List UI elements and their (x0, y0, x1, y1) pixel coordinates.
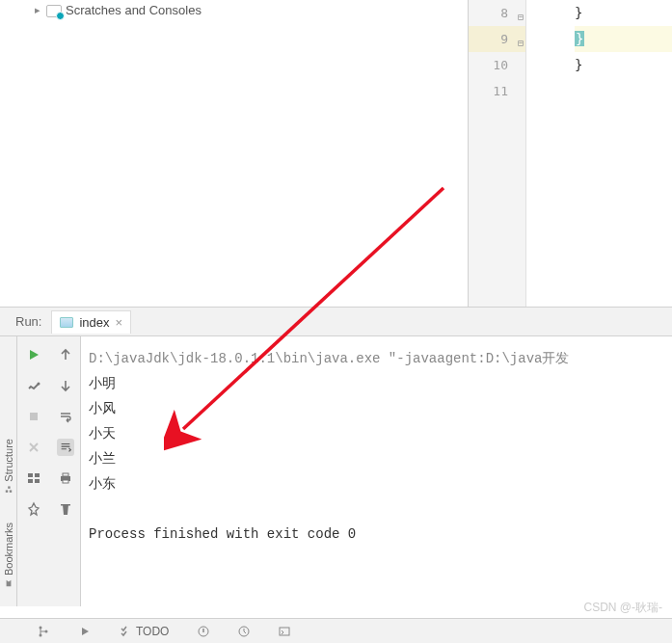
tab-label: index (79, 315, 109, 330)
branch-icon (37, 625, 50, 638)
command-line: D:\javaJdk\jdk-18.0.1.1\bin\java.exe "-j… (89, 346, 672, 371)
run-tab[interactable]: index × (51, 310, 131, 334)
bookmark-icon (5, 579, 13, 587)
up-button[interactable] (57, 346, 74, 363)
warning-icon (198, 626, 209, 637)
settings-button[interactable] (25, 377, 42, 394)
code-line: } (575, 0, 672, 26)
fold-icon[interactable]: ⊟ (512, 4, 524, 15)
clear-button[interactable] (57, 500, 74, 518)
output-line: 小明 (89, 371, 672, 396)
structure-icon (5, 486, 13, 494)
status-run[interactable] (79, 626, 91, 637)
close-icon[interactable]: × (116, 315, 123, 330)
svg-rect-8 (35, 479, 40, 483)
project-panel: ▸ Scratches and Consoles (0, 0, 468, 307)
pin-button[interactable] (25, 500, 42, 518)
editor-panel: 8 9 10 11 ⊟ ⊟ } } } (468, 0, 672, 307)
line-number: 8 (469, 0, 508, 26)
run-toolbar-right (50, 336, 81, 606)
svg-rect-4 (30, 413, 38, 420)
exit-button[interactable] (25, 439, 42, 456)
line-number: 11 (469, 78, 508, 104)
status-vcs[interactable] (37, 625, 50, 638)
svg-rect-0 (9, 491, 11, 493)
node-label: Scratches and Consoles (66, 3, 202, 17)
structure-tab[interactable]: Structure (3, 439, 14, 494)
clock-icon (238, 626, 250, 637)
rerun-button[interactable] (25, 346, 42, 363)
line-number: 10 (469, 52, 508, 78)
stop-button[interactable] (25, 408, 42, 425)
run-toolbar-left (17, 336, 50, 606)
svg-rect-6 (35, 473, 40, 477)
bookmarks-tab[interactable]: Bookmarks (3, 522, 14, 587)
svg-rect-11 (63, 480, 68, 483)
layout-button[interactable] (25, 469, 42, 487)
status-profiler[interactable] (238, 626, 250, 637)
status-todo[interactable]: TODO (120, 625, 169, 638)
output-line: 小天 (89, 421, 672, 446)
code-line: } (575, 52, 672, 78)
scratches-node[interactable]: ▸ Scratches and Consoles (35, 3, 468, 17)
play-icon (79, 626, 91, 637)
run-label: Run: (15, 314, 41, 329)
status-bar: TODO (0, 618, 672, 643)
svg-rect-18 (280, 628, 289, 635)
exit-message: Process finished with exit code 0 (89, 522, 672, 547)
terminal-icon (279, 626, 290, 637)
left-sidebar: Structure Bookmarks (0, 336, 17, 606)
svg-rect-5 (28, 473, 33, 477)
svg-rect-1 (5, 491, 7, 493)
run-header: Run: index × (0, 308, 672, 336)
scroll-end-button[interactable] (57, 439, 74, 456)
editor-code[interactable]: } } } (526, 0, 672, 307)
output-line: 小风 (89, 396, 672, 421)
svg-rect-12 (61, 504, 70, 506)
print-button[interactable] (57, 469, 74, 487)
output-line: 小东 (89, 471, 672, 496)
down-button[interactable] (57, 377, 74, 394)
svg-rect-7 (28, 479, 33, 483)
code-line: } (575, 26, 672, 52)
chevron-right-icon: ▸ (35, 4, 40, 16)
status-problems[interactable] (198, 626, 209, 637)
editor-gutter: 8 9 10 11 ⊟ ⊟ (469, 0, 526, 307)
svg-point-3 (38, 383, 40, 386)
caret: } (575, 31, 584, 46)
watermark: CSDN @-耿瑞- (583, 600, 662, 616)
svg-rect-10 (63, 473, 68, 476)
svg-rect-2 (8, 487, 10, 489)
soft-wrap-button[interactable] (57, 408, 74, 425)
console-output[interactable]: D:\javaJdk\jdk-18.0.1.1\bin\java.exe "-j… (81, 336, 672, 606)
file-icon (60, 317, 73, 328)
folder-icon (46, 4, 62, 17)
output-line: 小兰 (89, 446, 672, 471)
fold-icon[interactable]: ⊟ (512, 30, 524, 41)
todo-icon (120, 626, 131, 637)
status-terminal[interactable] (279, 626, 290, 637)
